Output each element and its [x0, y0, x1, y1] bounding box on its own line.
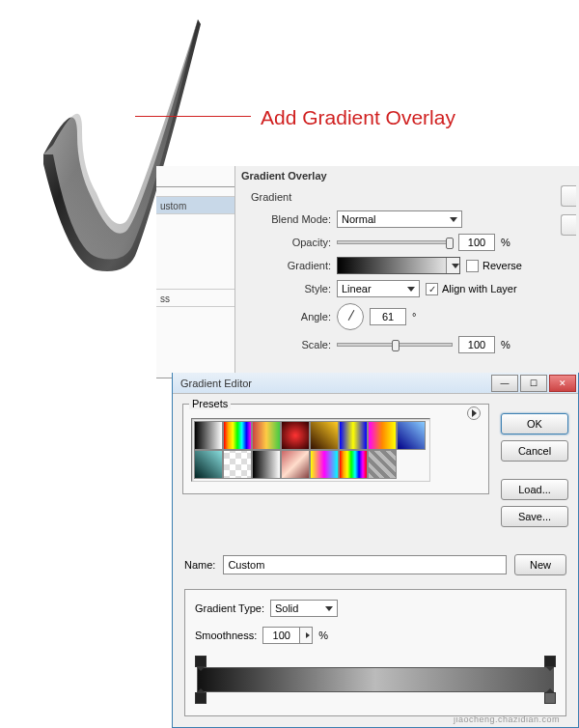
maximize-button[interactable]: ☐ — [520, 375, 547, 392]
gradient-bar-wrap — [195, 654, 556, 704]
align-with-layer-checkbox[interactable]: Align with Layer — [426, 283, 517, 295]
gradient-edit-bar[interactable] — [197, 667, 554, 692]
gradient-editor-titlebar: Gradient Editor — ☐ ✕ — [173, 373, 578, 394]
scale-unit: % — [501, 339, 510, 350]
save-button[interactable]: Save... — [501, 506, 568, 527]
angle-dial[interactable] — [337, 303, 364, 330]
new-button[interactable]: New — [514, 554, 566, 575]
preset-swatch[interactable] — [194, 450, 223, 479]
gradient-type-select[interactable]: Solid — [270, 600, 338, 617]
preset-swatch[interactable] — [223, 421, 252, 450]
annotation-text: Add Gradient Overlay — [261, 106, 455, 129]
preset-swatch[interactable] — [281, 421, 310, 450]
preset-swatch[interactable] — [368, 450, 397, 479]
ls-side-button-1[interactable] — [561, 185, 576, 207]
chevron-down-icon — [407, 287, 415, 292]
preset-swatch[interactable] — [310, 421, 339, 450]
blend-mode-select[interactable]: Normal — [337, 210, 462, 228]
preset-swatch[interactable] — [310, 450, 339, 479]
gradient-edit-frame: Gradient Type: Solid Smoothness: 100 % — [184, 589, 566, 716]
preset-swatch[interactable] — [252, 421, 281, 450]
preset-swatch[interactable] — [223, 450, 252, 479]
opacity-stop-left[interactable] — [195, 656, 207, 667]
preset-swatch[interactable] — [194, 421, 223, 450]
preset-swatch[interactable] — [368, 421, 397, 450]
gradient-type-label: Gradient Type: — [195, 602, 264, 614]
presets-legend: Presets — [189, 398, 231, 409]
load-button[interactable]: Load... — [501, 479, 568, 500]
layer-style-dialog: ustom ss Gradient Overlay Gradient Blend… — [156, 166, 579, 378]
angle-label: Angle: — [249, 311, 331, 322]
style-label: Style: — [249, 283, 331, 294]
name-input[interactable]: Custom — [223, 555, 507, 574]
chevron-down-icon — [325, 606, 333, 611]
opacity-stop-right[interactable] — [544, 656, 556, 667]
preset-swatch[interactable] — [339, 421, 368, 450]
stepper-arrow-icon[interactable] — [299, 627, 313, 644]
gradient-preview[interactable] — [337, 257, 460, 274]
ok-button[interactable]: OK — [501, 413, 568, 434]
smoothness-stepper[interactable]: 100 — [262, 627, 313, 644]
chevron-down-icon — [450, 217, 457, 222]
color-stop-right[interactable] — [544, 692, 556, 704]
gradient-dropdown-icon[interactable] — [446, 258, 459, 273]
smoothness-label: Smoothness: — [195, 630, 257, 641]
name-label: Name: — [184, 559, 215, 571]
preset-swatch[interactable] — [281, 450, 310, 479]
scale-slider[interactable] — [337, 343, 453, 347]
preset-grid — [191, 418, 430, 482]
scale-label: Scale: — [249, 339, 331, 350]
annotation-line — [135, 116, 251, 117]
smoothness-unit: % — [318, 630, 328, 641]
presets-frame: Presets — [182, 404, 489, 494]
sidebar-item-custom[interactable]: ustom — [156, 197, 234, 214]
cancel-button[interactable]: Cancel — [501, 440, 568, 462]
blend-mode-label: Blend Mode: — [249, 213, 331, 225]
opacity-input[interactable]: 100 — [458, 234, 495, 251]
opacity-slider[interactable] — [337, 240, 453, 244]
preset-swatch[interactable] — [252, 450, 281, 479]
sidebar-item-ss[interactable]: ss — [156, 290, 234, 307]
gradient-legend: Gradient — [249, 191, 566, 203]
style-select[interactable]: Linear — [337, 280, 420, 297]
scale-input[interactable]: 100 — [458, 336, 495, 353]
presets-menu-icon[interactable] — [467, 406, 481, 420]
close-button[interactable]: ✕ — [549, 375, 576, 392]
gradient-editor-title: Gradient Editor — [180, 378, 252, 389]
reverse-checkbox[interactable]: Reverse — [466, 260, 522, 272]
preset-swatch[interactable] — [339, 450, 368, 479]
ls-side-button-2[interactable] — [561, 214, 576, 236]
minimize-button[interactable]: — — [491, 375, 518, 392]
angle-unit: ° — [412, 311, 416, 322]
angle-input[interactable]: 61 — [370, 308, 406, 325]
gradient-label: Gradient: — [249, 260, 331, 271]
opacity-label: Opacity: — [249, 237, 331, 248]
color-stop-left[interactable] — [195, 692, 207, 704]
opacity-unit: % — [501, 237, 510, 248]
layer-style-sidebar: ustom ss — [156, 166, 235, 378]
gradient-editor-dialog: Gradient Editor — ☐ ✕ Presets OK Cancel … — [172, 373, 579, 728]
preset-swatch[interactable] — [397, 421, 426, 450]
watermark: jiaocheng.chazidian.com — [454, 714, 560, 724]
layer-style-title: Gradient Overlay — [241, 168, 574, 182]
